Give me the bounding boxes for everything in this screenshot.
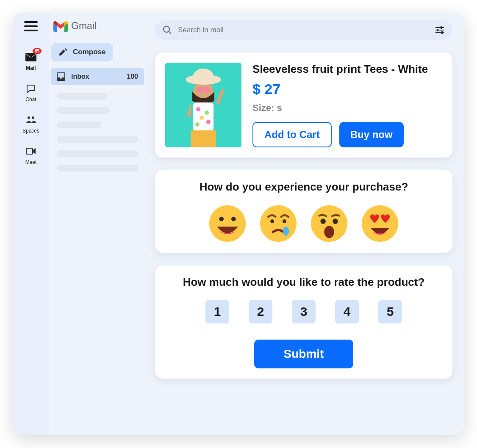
experience-question: How do you experience your purchase? <box>165 180 442 194</box>
rail-label-mail: Mail <box>26 65 36 71</box>
product-card: Sleeveless fruit print Tees - White $ 27… <box>155 53 452 158</box>
svg-point-4 <box>164 26 169 32</box>
inbox-label: Inbox <box>71 73 89 80</box>
app-name: Gmail <box>71 20 97 32</box>
svg-point-21 <box>200 116 204 120</box>
search-input[interactable] <box>178 26 429 34</box>
svg-rect-2 <box>26 148 33 154</box>
rail-label-chat: Chat <box>25 97 36 102</box>
main-content: Sleeveless fruit print Tees - White $ 27… <box>147 13 464 435</box>
rating-question: How much would you like to rate the prod… <box>165 276 442 289</box>
svg-point-34 <box>333 218 338 224</box>
pencil-icon <box>58 48 67 56</box>
rating-option-4[interactable]: 4 <box>335 300 359 324</box>
rail-item-spaces[interactable]: Spaces <box>22 114 39 134</box>
submit-button[interactable]: Submit <box>254 340 354 368</box>
sidebar-item-inbox[interactable]: Inbox 100 <box>51 68 144 85</box>
add-to-cart-button[interactable]: Add to Cart <box>252 122 332 147</box>
product-title: Sleeveless fruit print Tees - White <box>252 63 428 76</box>
rating-option-3[interactable]: 3 <box>292 300 316 324</box>
svg-rect-9 <box>441 26 442 29</box>
sidebar-placeholder <box>57 136 138 143</box>
search-bar[interactable] <box>155 20 452 40</box>
emoji-sad-tear[interactable] <box>259 205 297 243</box>
experience-survey-card: How do you experience your purchase? <box>155 170 452 253</box>
gmail-logo-icon <box>53 21 68 32</box>
svg-point-19 <box>196 107 200 111</box>
svg-point-35 <box>324 226 334 238</box>
sidebar-placeholder <box>57 122 101 128</box>
rail-item-mail[interactable]: 65 Mail <box>25 52 36 71</box>
svg-rect-24 <box>191 130 216 147</box>
sidebar-placeholder <box>57 150 138 157</box>
emoji-happy[interactable] <box>208 205 247 243</box>
search-icon <box>163 25 172 35</box>
menu-icon[interactable] <box>24 21 38 31</box>
sidebar-placeholder <box>57 165 138 171</box>
svg-point-31 <box>283 227 289 236</box>
svg-rect-10 <box>437 29 438 31</box>
rail-label-spaces: Spaces <box>22 128 39 134</box>
product-price: $ 27 <box>252 81 428 97</box>
svg-point-28 <box>260 205 297 242</box>
svg-point-20 <box>205 111 209 115</box>
buy-now-button[interactable]: Buy now <box>339 122 404 147</box>
emoji-worried[interactable] <box>310 205 348 243</box>
inbox-count: 100 <box>127 73 138 80</box>
svg-point-0 <box>28 116 30 119</box>
svg-point-30 <box>283 219 286 223</box>
sidebar-placeholder <box>57 107 110 114</box>
svg-rect-11 <box>441 31 443 34</box>
meet-icon <box>25 146 36 157</box>
inbox-icon <box>57 72 65 81</box>
spaces-icon <box>25 114 36 125</box>
compose-label: Compose <box>73 48 105 56</box>
emoji-heart-eyes[interactable] <box>361 205 399 243</box>
svg-point-22 <box>206 120 211 124</box>
rail-item-chat[interactable]: Chat <box>25 83 36 102</box>
rating-option-2[interactable]: 2 <box>249 300 272 324</box>
sidebar-placeholder <box>57 93 108 100</box>
svg-point-25 <box>209 205 246 242</box>
svg-point-23 <box>195 122 200 127</box>
rail-item-meet[interactable]: Meet <box>25 146 37 165</box>
svg-line-5 <box>169 31 171 34</box>
compose-button[interactable]: Compose <box>51 43 113 61</box>
rating-option-5[interactable]: 5 <box>378 300 402 324</box>
svg-point-29 <box>270 219 274 223</box>
rating-option-1[interactable]: 1 <box>205 300 229 324</box>
chat-icon <box>25 83 36 94</box>
svg-point-15 <box>193 69 214 84</box>
svg-point-27 <box>231 217 236 221</box>
svg-point-26 <box>219 217 224 221</box>
svg-point-17 <box>204 87 210 93</box>
product-image <box>165 63 241 147</box>
nav-rail: 65 Mail Chat Spaces Meet <box>13 13 49 435</box>
rail-label-meet: Meet <box>25 159 37 165</box>
app-window: 65 Mail Chat Spaces Meet <box>13 13 464 435</box>
svg-point-33 <box>320 218 326 224</box>
svg-point-1 <box>32 116 34 119</box>
mail-badge: 65 <box>33 48 42 54</box>
rating-survey-card: How much would you like to rate the prod… <box>155 265 452 379</box>
app-logo[interactable]: Gmail <box>51 20 144 32</box>
filter-icon[interactable] <box>435 25 445 35</box>
mail-icon: 65 <box>25 52 36 63</box>
svg-point-36 <box>362 205 398 242</box>
product-size: Size: s <box>252 102 428 113</box>
svg-point-16 <box>197 87 203 93</box>
sidebar: Gmail Compose Inbox 100 <box>49 13 147 435</box>
